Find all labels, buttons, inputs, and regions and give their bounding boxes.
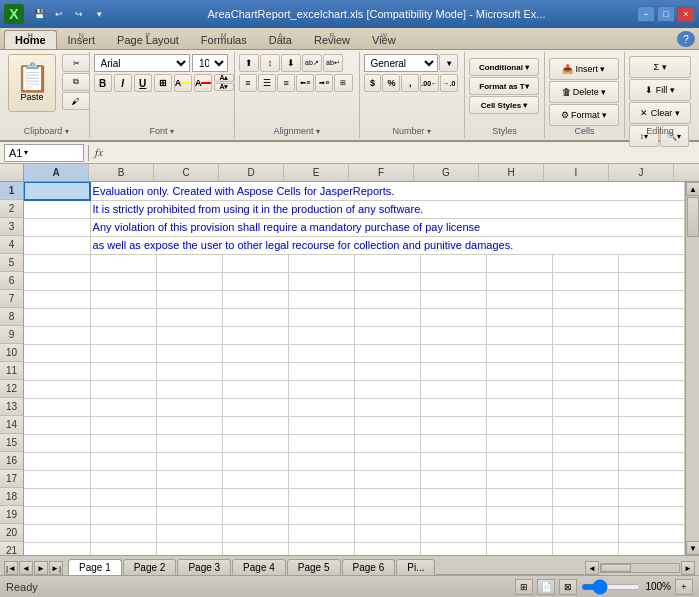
name-box-arrow[interactable]: ▾: [24, 148, 28, 157]
sheet-tab-page1[interactable]: Page 1: [68, 559, 122, 575]
increase-font-btn[interactable]: A▴: [214, 74, 234, 82]
cell-a2[interactable]: [24, 200, 90, 218]
prev-sheet-btn[interactable]: ◄: [19, 561, 33, 575]
fill-btn[interactable]: ⬇ Fill ▾: [629, 79, 691, 101]
border-button[interactable]: ⊞: [154, 74, 172, 92]
cell-b2[interactable]: It is strictly prohibited from using it …: [90, 200, 684, 218]
row-header-21[interactable]: 21: [0, 542, 23, 555]
center-align-btn[interactable]: ☰: [258, 74, 276, 92]
tab-page-layout[interactable]: P Page Layout: [106, 30, 190, 49]
scroll-left-btn[interactable]: ◄: [585, 561, 599, 575]
percent-btn[interactable]: %: [382, 74, 400, 92]
maximize-btn[interactable]: □: [657, 6, 675, 22]
col-header-c[interactable]: C: [154, 164, 219, 181]
cell-a1[interactable]: [24, 182, 90, 200]
row-header-1[interactable]: 1: [0, 182, 23, 200]
angle-text-btn[interactable]: ab↗: [302, 54, 322, 72]
h-scroll-track[interactable]: [600, 563, 680, 573]
scroll-thumb[interactable]: [687, 197, 699, 237]
underline-button[interactable]: U: [134, 74, 152, 92]
right-align-btn[interactable]: ≡: [277, 74, 295, 92]
col-header-d[interactable]: D: [219, 164, 284, 181]
fill-color-button[interactable]: A: [174, 74, 192, 92]
increase-indent-btn[interactable]: ➡≡: [315, 74, 333, 92]
scroll-up-btn[interactable]: ▲: [686, 182, 699, 196]
row-header-17[interactable]: 17: [0, 470, 23, 488]
h-scroll-thumb[interactable]: [601, 564, 631, 572]
bold-button[interactable]: B: [94, 74, 112, 92]
increase-decimal-btn[interactable]: .00←: [420, 74, 439, 92]
sheet-tab-page6[interactable]: Page 6: [342, 559, 396, 575]
row-header-20[interactable]: 20: [0, 524, 23, 542]
scroll-right-btn[interactable]: ►: [681, 561, 695, 575]
format-cells-btn[interactable]: ⚙ Format ▾: [549, 104, 619, 126]
italic-button[interactable]: I: [114, 74, 132, 92]
cell-b1[interactable]: Evaluation only. Created with Aspose Cel…: [90, 182, 684, 200]
cell-a3[interactable]: [24, 218, 90, 236]
copy-button[interactable]: ⧉: [62, 73, 90, 91]
row-header-10[interactable]: 10: [0, 344, 23, 362]
clear-btn[interactable]: ✕ Clear ▾: [629, 102, 691, 124]
currency-btn[interactable]: $: [364, 74, 382, 92]
font-size-select[interactable]: 10: [192, 54, 228, 72]
sheet-tab-page5[interactable]: Page 5: [287, 559, 341, 575]
page-layout-view-btn[interactable]: 📄: [537, 579, 555, 595]
redo-qat-btn[interactable]: ↪: [70, 6, 88, 22]
row-header-8[interactable]: 8: [0, 308, 23, 326]
left-align-btn[interactable]: ≡: [239, 74, 257, 92]
merge-center-btn[interactable]: ⊞: [334, 74, 352, 92]
decrease-font-btn[interactable]: A▾: [214, 83, 234, 91]
tab-insert[interactable]: N Insert: [57, 30, 107, 49]
paste-button[interactable]: 📋 Paste: [8, 54, 56, 112]
format-painter-button[interactable]: 🖌: [62, 92, 90, 110]
sheet-tab-page4[interactable]: Page 4: [232, 559, 286, 575]
number-format-select[interactable]: General: [364, 54, 439, 72]
format-as-table-btn[interactable]: Format as T▾: [469, 77, 539, 95]
cut-button[interactable]: ✂: [62, 54, 90, 72]
zoom-in-btn[interactable]: +: [675, 579, 693, 595]
cell-b3[interactable]: Any violation of this provision shall re…: [90, 218, 684, 236]
col-header-j[interactable]: J: [609, 164, 674, 181]
autosum-btn[interactable]: Σ ▾: [629, 56, 691, 78]
row-header-14[interactable]: 14: [0, 416, 23, 434]
row-header-5[interactable]: 5: [0, 254, 23, 272]
row-header-3[interactable]: 3: [0, 218, 23, 236]
col-header-a[interactable]: A: [24, 164, 89, 181]
row-header-4[interactable]: 4: [0, 236, 23, 254]
insert-cells-btn[interactable]: 📥 Insert ▾: [549, 58, 619, 80]
function-icon[interactable]: 𝑓𝑥: [93, 146, 105, 159]
row-header-7[interactable]: 7: [0, 290, 23, 308]
tab-home[interactable]: H Home: [4, 30, 57, 49]
last-sheet-btn[interactable]: ►|: [49, 561, 63, 575]
sheet-tab-pi[interactable]: Pi...: [396, 559, 435, 575]
tab-review[interactable]: R Review: [303, 30, 361, 49]
number-format-btn[interactable]: ▾: [439, 54, 458, 72]
cell-a4[interactable]: [24, 236, 90, 254]
conditional-format-btn[interactable]: Conditional ▾: [469, 58, 539, 76]
decrease-decimal-btn[interactable]: →.0: [440, 74, 458, 92]
undo-qat-btn[interactable]: ↩: [50, 6, 68, 22]
minimize-btn[interactable]: −: [637, 6, 655, 22]
decrease-indent-btn[interactable]: ⬅≡: [296, 74, 314, 92]
save-qat-btn[interactable]: 💾: [30, 6, 48, 22]
col-header-i[interactable]: I: [544, 164, 609, 181]
scroll-down-btn[interactable]: ▼: [686, 541, 699, 555]
row-header-9[interactable]: 9: [0, 326, 23, 344]
next-sheet-btn[interactable]: ►: [34, 561, 48, 575]
formula-input[interactable]: [109, 144, 695, 162]
first-sheet-btn[interactable]: |◄: [4, 561, 18, 575]
middle-align-btn[interactable]: ↕: [260, 54, 280, 72]
sheet-tab-page3[interactable]: Page 3: [177, 559, 231, 575]
row-header-12[interactable]: 12: [0, 380, 23, 398]
font-color-button[interactable]: A: [194, 74, 212, 92]
cell-b4[interactable]: as well as expose the user to other lega…: [90, 236, 684, 254]
row-header-19[interactable]: 19: [0, 506, 23, 524]
col-header-h[interactable]: H: [479, 164, 544, 181]
help-btn[interactable]: ?: [677, 31, 695, 47]
tab-view[interactable]: W View: [361, 30, 407, 49]
row-header-15[interactable]: 15: [0, 434, 23, 452]
sheet-tab-page2[interactable]: Page 2: [123, 559, 177, 575]
comma-btn[interactable]: ,: [401, 74, 419, 92]
close-btn[interactable]: ×: [677, 6, 695, 22]
bottom-align-btn[interactable]: ⬇: [281, 54, 301, 72]
